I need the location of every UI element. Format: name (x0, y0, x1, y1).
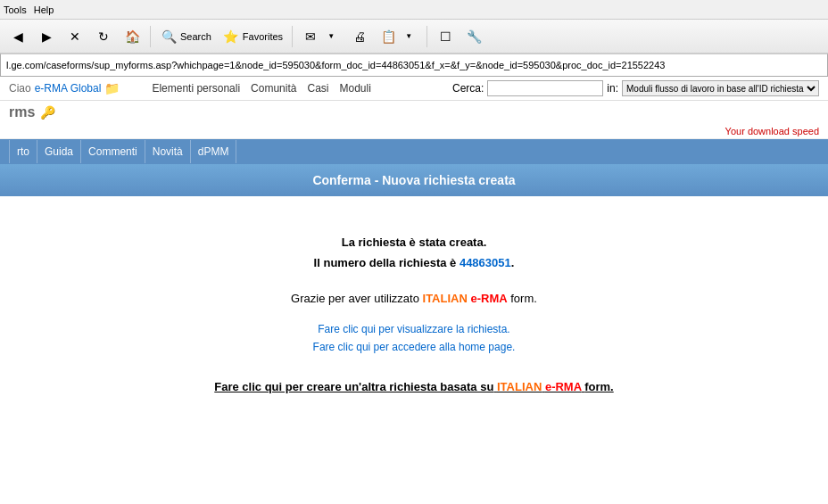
separator-2 (292, 26, 293, 47)
edit-dropdown-icon: ▼ (400, 28, 418, 45)
bottom-cta: Fare clic qui per creare un'altra richie… (36, 380, 792, 393)
tools-menu[interactable]: Tools (4, 4, 27, 15)
thanks-form: form. (510, 292, 537, 305)
nav-casi[interactable]: Casi (307, 82, 328, 95)
nav-comunita[interactable]: Comunità (251, 82, 296, 95)
stop-button[interactable]: ✕ (62, 26, 87, 47)
mail-button[interactable]: ✉ ▼ (298, 26, 344, 47)
star-icon: ⭐ (222, 28, 240, 45)
favorites-button[interactable]: ⭐ Favorites (219, 26, 286, 47)
search-dropdown[interactable]: Moduli flusso di lavoro in base all'ID r… (622, 80, 819, 96)
download-speed-bar: Your download speed (0, 124, 828, 139)
edit-button[interactable]: 📋 ▼ (376, 26, 421, 47)
thanks-text: Grazie per aver utilizzato ITALIAN e-RMA… (36, 292, 792, 305)
thanks-prefix: Grazie per aver utilizzato (291, 292, 419, 305)
folder-icon: 📁 (104, 81, 120, 95)
stop-icon: ✕ (66, 28, 84, 45)
user-link[interactable]: e-RMA Global (35, 82, 102, 95)
request-number-link[interactable]: 44863051 (460, 256, 511, 269)
home-icon: 🏠 (123, 28, 141, 45)
tab-dpmm[interactable]: dPMM (191, 140, 237, 163)
help-menu[interactable]: Help (34, 4, 54, 15)
request-line2-suffix: . (511, 256, 515, 269)
separator-3 (426, 26, 427, 47)
tab-nav: rto Guida Commenti Novità dPMM (0, 139, 828, 164)
request-created-line2: Il numero della richiesta è 44863051. (36, 252, 792, 273)
search-area: Cerca: in: Moduli flusso di lavoro in ba… (452, 80, 819, 96)
links-area: Fare clic qui per visualizzare la richie… (36, 323, 792, 353)
tools-icon: 🔧 (465, 28, 483, 45)
thanks-italian: ITALIAN (423, 292, 468, 305)
page-header: Conferma - Nuova richiesta creata (0, 164, 828, 196)
refresh-button[interactable]: ↻ (91, 26, 116, 47)
tab-novita[interactable]: Novità (145, 140, 191, 163)
request-created: La richiesta è stata creata. Il numero d… (36, 232, 792, 274)
refresh-icon: ↻ (95, 28, 112, 45)
search-button[interactable]: 🔍 Search (156, 26, 215, 47)
forward-button[interactable]: ▶ (34, 26, 59, 47)
cta-link[interactable]: Fare clic qui per creare un'altra richie… (214, 380, 613, 393)
search-input[interactable] (487, 80, 603, 96)
nav-moduli[interactable]: Moduli (339, 82, 370, 95)
erma-title: rms (9, 104, 35, 120)
nav-elementi[interactable]: Elementi personali (152, 82, 240, 95)
search-label: Search (180, 31, 211, 42)
toolbar: ◀ ▶ ✕ ↻ 🏠 🔍 Search ⭐ Favorites ✉ ▼ 🖨 📋 ▼… (0, 20, 828, 54)
tab-guida[interactable]: Guida (37, 140, 81, 163)
dropdown-icon: ▼ (322, 28, 340, 45)
content-area: La richiesta è stata creata. Il numero d… (0, 196, 828, 411)
mail-icon: ✉ (302, 28, 319, 45)
page-header-title: Conferma - Nuova richiesta creata (312, 173, 515, 187)
link-view-request[interactable]: Fare clic qui per visualizzare la richie… (318, 323, 509, 335)
cta-form: form. (584, 380, 614, 393)
request-line2-prefix: Il numero della richiesta è (314, 256, 457, 269)
greeting-text: Ciao (9, 82, 31, 95)
back-button[interactable]: ◀ (5, 26, 30, 47)
print-icon: 🖨 (351, 28, 368, 45)
download-speed-text: Your download speed (725, 126, 819, 136)
cta-italian: ITALIAN (497, 380, 542, 393)
print-button[interactable]: 🖨 (347, 26, 372, 47)
window-icon: ☐ (436, 28, 454, 45)
tab-rto[interactable]: rto (9, 140, 37, 163)
home-button[interactable]: 🏠 (120, 26, 145, 47)
cta-erma: e-RMA (545, 380, 582, 393)
favorites-label: Favorites (243, 31, 283, 42)
search-in-label: in: (607, 82, 618, 95)
forward-icon: ▶ (37, 28, 55, 45)
thanks-erma: e-RMA (470, 292, 507, 305)
back-icon: ◀ (9, 28, 27, 45)
nav-greeting: Ciao e-RMA Global 📁 (9, 81, 120, 95)
separator-1 (150, 26, 151, 47)
nav-top: Ciao e-RMA Global 📁 Elementi personali C… (0, 77, 828, 101)
link-home[interactable]: Fare clic qui per accedere alla home pag… (313, 341, 516, 353)
tools-button[interactable]: 🔧 (461, 26, 486, 47)
window-button[interactable]: ☐ (433, 26, 458, 47)
nav-top-items: Elementi personali Comunità Casi Moduli (152, 82, 370, 95)
search-icon: 🔍 (160, 28, 178, 45)
request-created-line1: La richiesta è stata creata. (36, 232, 792, 252)
erma-header: rms 🔑 (0, 101, 828, 124)
wrench-icon: 🔑 (40, 105, 55, 120)
search-label: Cerca: (452, 82, 484, 95)
edit-icon: 📋 (379, 28, 397, 45)
address-text: l.ge.com/caseforms/sup_myforms.asp?which… (6, 60, 665, 70)
menu-bar: Tools Help (0, 0, 828, 20)
tab-commenti[interactable]: Commenti (81, 140, 145, 163)
cta-prefix: Fare clic qui per creare un'altra richie… (214, 380, 493, 393)
address-bar[interactable]: l.ge.com/caseforms/sup_myforms.asp?which… (0, 54, 828, 77)
